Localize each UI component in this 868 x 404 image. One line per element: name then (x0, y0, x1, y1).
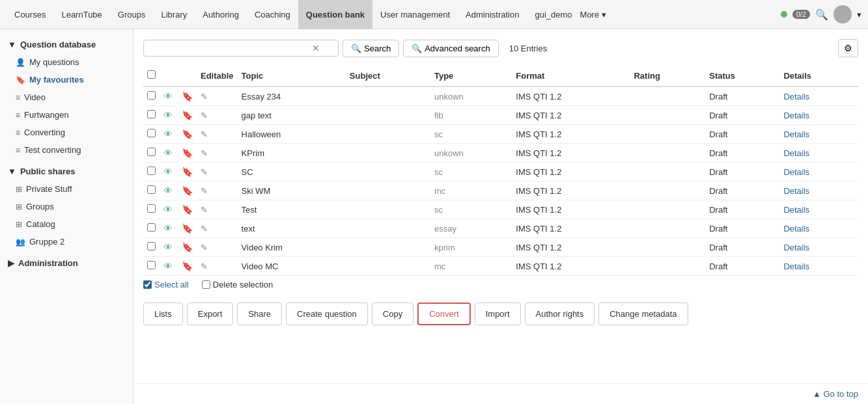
nav-library[interactable]: Library (153, 0, 195, 29)
nav-authoring[interactable]: Authoring (195, 0, 247, 29)
edit-icon[interactable]: ✎ (201, 167, 208, 177)
row-checkbox[interactable] (147, 167, 156, 175)
edit-icon[interactable]: ✎ (201, 224, 208, 234)
type-cell: sc (430, 125, 512, 144)
eye-icon[interactable]: 👁 (163, 167, 173, 177)
eye-icon[interactable]: 👁 (163, 185, 173, 196)
author-rights-button[interactable]: Author rights (525, 303, 595, 325)
nav-administration[interactable]: Administration (458, 0, 527, 29)
row-checkbox[interactable] (147, 129, 156, 137)
sidebar-item-converting[interactable]: ≡ Converting (0, 124, 133, 141)
row-checkbox[interactable] (147, 91, 156, 100)
sidebar-section-question-database[interactable]: ▼ Question database (0, 36, 133, 53)
edit-icon[interactable]: ✎ (201, 205, 208, 215)
row-checkbox[interactable] (147, 148, 156, 156)
edit-icon[interactable]: ✎ (201, 111, 208, 120)
eye-icon[interactable]: 👁 (163, 110, 173, 120)
bookmark-icon[interactable]: 🔖 (182, 185, 193, 196)
nav-user-management[interactable]: User management (372, 0, 458, 29)
subject-cell (346, 87, 430, 106)
bookmark-icon[interactable]: 🔖 (182, 223, 193, 234)
search-clear-button[interactable]: ✕ (312, 43, 320, 53)
share-button[interactable]: Share (237, 303, 282, 325)
search-input[interactable] (149, 44, 312, 53)
export-button[interactable]: Export (187, 303, 234, 325)
sidebar-item-label: Catalog (26, 219, 55, 229)
edit-icon[interactable]: ✎ (201, 262, 208, 271)
eye-icon[interactable]: 👁 (163, 91, 173, 101)
nav-courses[interactable]: Courses (7, 0, 53, 29)
bookmark-icon[interactable]: 🔖 (182, 129, 193, 139)
copy-button[interactable]: Copy (372, 303, 413, 325)
row-checkbox[interactable] (147, 242, 156, 250)
change-metadata-button[interactable]: Change metadata (598, 303, 688, 325)
nav-groups[interactable]: Groups (110, 0, 154, 29)
eye-icon[interactable]: 👁 (163, 129, 173, 139)
nav-coaching[interactable]: Coaching (247, 0, 298, 29)
eye-icon[interactable]: 👁 (163, 223, 173, 234)
nav-question-bank[interactable]: Question bank (298, 0, 372, 29)
create-question-button[interactable]: Create question (286, 303, 368, 325)
eye-icon[interactable]: 👁 (163, 204, 173, 215)
lists-button[interactable]: Lists (143, 303, 183, 325)
edit-icon[interactable]: ✎ (201, 92, 208, 101)
select-all-checkbox[interactable] (147, 70, 156, 79)
bookmark-icon[interactable]: 🔖 (182, 91, 193, 101)
convert-button[interactable]: Convert (417, 303, 471, 325)
edit-icon[interactable]: ✎ (201, 186, 208, 196)
search-button[interactable]: 🔍 Search (343, 40, 399, 57)
import-button[interactable]: Import (475, 303, 521, 325)
bookmark-icon[interactable]: 🔖 (182, 204, 193, 215)
nav-more-button[interactable]: More ▾ (580, 10, 606, 20)
bookmark-icon[interactable]: 🔖 (182, 261, 193, 271)
details-link[interactable]: Details (783, 92, 809, 101)
edit-icon[interactable]: ✎ (201, 148, 208, 158)
sidebar-item-my-favourites[interactable]: 🔖 My favourites (0, 71, 133, 88)
sidebar-item-private-stuff[interactable]: ⊞ Private Stuff (0, 180, 133, 198)
sidebar-section-public-shares[interactable]: ▼ Public shares (0, 163, 133, 180)
row-checkbox[interactable] (147, 204, 156, 213)
nav-gui-demo[interactable]: gui_demo (527, 0, 580, 29)
bookmark-icon[interactable]: 🔖 (182, 242, 193, 252)
sidebar-item-video[interactable]: ≡ Video (0, 88, 133, 106)
select-all-button[interactable]: Select all (143, 280, 189, 290)
sidebar-item-my-questions[interactable]: 👤 My questions (0, 53, 133, 71)
user-dropdown-arrow[interactable]: ▾ (857, 10, 861, 20)
details-link[interactable]: Details (783, 262, 809, 271)
bookmark-icon[interactable]: 🔖 (182, 110, 193, 120)
details-link[interactable]: Details (783, 224, 809, 234)
delete-selection-button[interactable]: Delete selection (202, 280, 273, 290)
eye-icon[interactable]: 👁 (163, 242, 173, 252)
bookmark-icon[interactable]: 🔖 (182, 167, 193, 177)
details-link[interactable]: Details (783, 148, 809, 158)
eye-icon[interactable]: 👁 (163, 261, 173, 271)
global-search-button[interactable]: 🔍 (815, 8, 828, 21)
sidebar-item-test-converting[interactable]: ≡ Test converting (0, 141, 133, 159)
edit-icon[interactable]: ✎ (201, 129, 208, 139)
nav-learntube[interactable]: LearnTube (53, 0, 109, 29)
sidebar-item-gruppe2[interactable]: 👥 Gruppe 2 (0, 233, 133, 250)
sidebar-item-furtwangen[interactable]: ≡ Furtwangen (0, 106, 133, 124)
row-checkbox[interactable] (147, 110, 156, 118)
advanced-search-button[interactable]: 🔍 Advanced search (403, 40, 498, 57)
details-link[interactable]: Details (783, 111, 809, 120)
go-to-top[interactable]: ▲ Go to top (133, 383, 868, 404)
user-avatar[interactable] (833, 5, 852, 23)
sidebar-item-catalog[interactable]: ⊞ Catalog (0, 215, 133, 233)
row-checkbox[interactable] (147, 261, 156, 269)
delete-sel-check[interactable] (202, 280, 210, 289)
eye-icon[interactable]: 👁 (163, 148, 173, 158)
row-checkbox[interactable] (147, 185, 156, 194)
edit-icon[interactable]: ✎ (201, 243, 208, 252)
details-link[interactable]: Details (783, 129, 809, 139)
sidebar-item-groups[interactable]: ⊞ Groups (0, 198, 133, 215)
bookmark-icon[interactable]: 🔖 (182, 148, 193, 158)
gear-button[interactable]: ⚙ (838, 39, 858, 57)
details-link[interactable]: Details (783, 243, 809, 252)
sidebar-section-administration[interactable]: ▶ Administration (0, 254, 133, 272)
row-checkbox[interactable] (147, 223, 156, 232)
details-link[interactable]: Details (783, 186, 809, 196)
details-link[interactable]: Details (783, 205, 809, 215)
select-all-check[interactable] (143, 280, 152, 289)
details-link[interactable]: Details (783, 167, 809, 177)
